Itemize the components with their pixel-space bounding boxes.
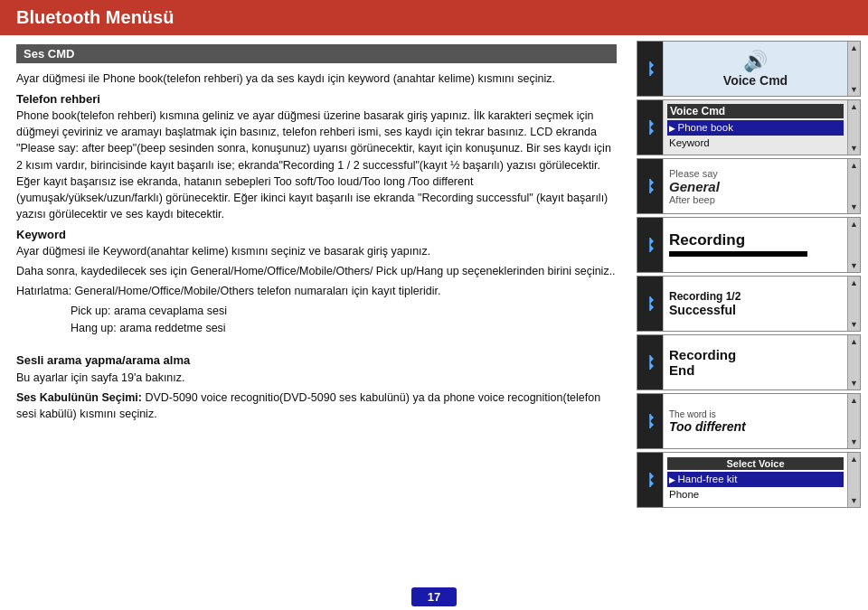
image-column: 🔊 Voice Cmd ▲ ▼ Voice	[633, 35, 868, 582]
scroll-arrows-4: ▲ ▼	[847, 218, 860, 272]
recording-screen: Recording	[663, 218, 847, 272]
bt-icon-8	[637, 453, 663, 507]
phone-book-header: Voice Cmd	[667, 104, 844, 118]
word-is-label: The word is	[669, 409, 842, 419]
panel-select-voice: Select Voice Hand-free kit Phone ▲ ▼	[637, 452, 861, 508]
select-voice-screen: Select Voice Hand-free kit Phone	[663, 453, 847, 507]
bt-icon-5	[637, 277, 663, 331]
too-different-label: Too different	[669, 419, 842, 434]
panel-recording: Recording ▲ ▼	[637, 217, 861, 273]
recording-half-screen: Recording 1/2 Successful	[663, 277, 847, 331]
panel-recording-half: Recording 1/2 Successful ▲ ▼	[637, 276, 861, 332]
scroll-arrows-2: ▲ ▼	[847, 100, 860, 155]
section-header: Ses CMD	[16, 44, 617, 63]
phone-book-screen: Voice Cmd Phone book Keyword	[663, 100, 847, 155]
keyword-p3: Hatırlatma: General/Home/Office/Mobile/O…	[16, 283, 617, 299]
please-say-label: Please say	[669, 168, 842, 179]
phone-item: Phone	[667, 487, 844, 502]
speaker-icon: 🔊	[669, 50, 842, 73]
panel-please-say: Please say General After beep ▲ ▼	[637, 158, 861, 214]
successful-label: Successful	[669, 303, 842, 317]
bt-icon-2	[637, 100, 663, 155]
text-column: Ses CMD Ayar düğmesi ile Phone book(tele…	[0, 35, 633, 582]
sesli-section: Sesli arama yapma/arama alma Bu ayarlar …	[16, 353, 617, 422]
keyword-p4: Pick up: arama cevaplama sesi	[71, 303, 617, 320]
sesli-p2: Ses Kabulünün Seçimi: DVD-5090 voice rec…	[16, 389, 617, 422]
after-beep-label: After beep	[669, 194, 842, 205]
keyword-title: Keyword	[16, 228, 617, 241]
telefon-title: Telefon rehberi	[16, 92, 617, 106]
recording-end-screen: Recording End	[663, 335, 847, 389]
keyword-p2: Daha sonra, kaydedilecek ses için Genera…	[16, 263, 617, 279]
recording-end-label: Recording	[669, 347, 842, 362]
voice-cmd-label: Voice Cmd	[669, 73, 842, 89]
end-label: End	[669, 362, 842, 378]
recording-bar	[669, 251, 807, 257]
hand-free-item: Hand-free kit	[667, 472, 844, 487]
scroll-arrows-3: ▲ ▼	[847, 159, 860, 213]
panel-recording-end: Recording End ▲ ▼	[637, 334, 861, 390]
page-title: Bluetooth Menüsü	[16, 7, 174, 27]
scroll-arrows-8: ▲ ▼	[847, 453, 860, 507]
sesli-p2-bold: Ses Kabulünün Seçimi:	[16, 391, 142, 404]
select-voice-title: Select Voice	[667, 457, 844, 470]
page-number: 17	[411, 587, 457, 606]
title-bar: Bluetooth Menüsü	[0, 0, 868, 35]
keyword-p5: Hang up: arama reddetme sesi	[71, 320, 617, 337]
sesli-p1: Bu ayarlar için sayfa 19'a bakınız.	[16, 370, 617, 386]
recording-half-label: Recording 1/2	[669, 290, 842, 303]
bt-icon-7	[637, 394, 663, 448]
scroll-arrows-1: ▲ ▼	[847, 42, 860, 96]
sesli-title: Sesli arama yapma/arama alma	[16, 353, 617, 367]
keyword-indent: Pick up: arama cevaplama sesi Hang up: a…	[71, 303, 617, 337]
page-footer: 17	[0, 582, 868, 610]
panel-phone-book: Voice Cmd Phone book Keyword ▲ ▼	[637, 99, 861, 155]
main-content: Ses CMD Ayar düğmesi ile Phone book(tele…	[0, 35, 868, 582]
bt-icon-4	[637, 218, 663, 272]
intro-text: Ayar düğmesi ile Phone book(telefon rehb…	[16, 70, 617, 87]
bt-icon-6	[637, 335, 663, 389]
telefon-p1: Phone book(telefon rehberi) kısmına geli…	[16, 108, 617, 222]
keyword-item: Keyword	[667, 136, 844, 151]
bt-icon-3	[637, 159, 663, 213]
keyword-p1: Ayar düğmesi ile Keyword(anahtar kelime)…	[16, 243, 617, 259]
too-different-screen: The word is Too different	[663, 394, 847, 448]
panel-too-different: The word is Too different ▲ ▼	[637, 393, 861, 449]
page-wrapper: Bluetooth Menüsü Ses CMD Ayar düğmesi il…	[0, 0, 868, 610]
voice-cmd-screen: 🔊 Voice Cmd	[663, 42, 847, 96]
scroll-arrows-5: ▲ ▼	[847, 277, 860, 331]
recording-label: Recording	[669, 231, 842, 249]
general-text: General	[669, 179, 842, 194]
phone-book-item: Phone book	[667, 120, 844, 136]
please-say-screen: Please say General After beep	[663, 159, 847, 213]
scroll-arrows-7: ▲ ▼	[847, 394, 860, 448]
bt-icon-1	[637, 42, 663, 96]
panel-voice-cmd: 🔊 Voice Cmd ▲ ▼	[637, 41, 861, 97]
scroll-arrows-6: ▲ ▼	[847, 335, 860, 389]
